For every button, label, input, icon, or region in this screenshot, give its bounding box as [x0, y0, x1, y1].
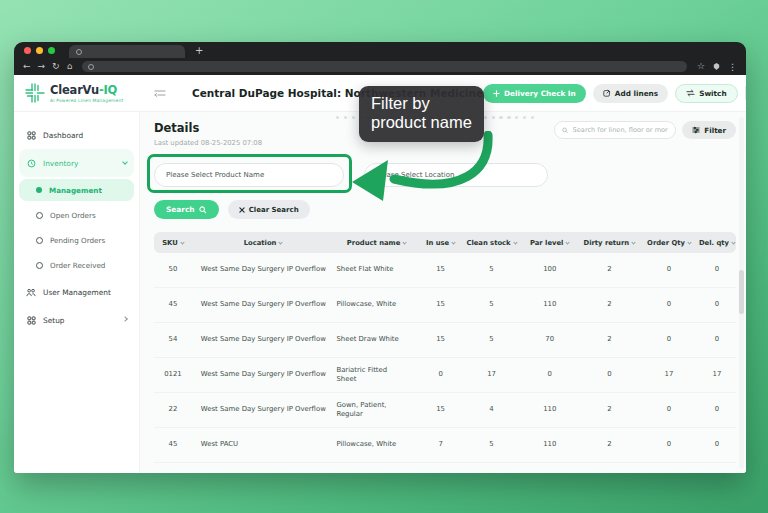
table-cell: 15: [419, 399, 463, 420]
table-row: 50West Same Day Surgery IP OverflowSheet…: [154, 253, 736, 288]
carousel-dot: [352, 116, 355, 119]
brand-name: ClearVu: [50, 83, 99, 97]
table-body: 50West Same Day Surgery IP OverflowSheet…: [154, 253, 736, 473]
filter-button[interactable]: Filter: [682, 121, 736, 139]
sidebar-item-open-orders[interactable]: Open Orders: [14, 203, 139, 228]
table-search-input[interactable]: [573, 126, 669, 134]
sidebar-collapse-icon[interactable]: [154, 88, 166, 98]
column-header-sku[interactable]: SKU: [154, 239, 192, 247]
header-actions: Delivery Check In Add linens Switch GS G…: [483, 84, 746, 103]
inventory-icon: [26, 159, 36, 168]
table-row: 22West Same Day Surgery IP OverflowGown,…: [154, 393, 736, 428]
column-header-label: Location: [244, 239, 277, 247]
column-header-del-qty[interactable]: Del. qty: [698, 239, 736, 247]
sort-chevron-icon: [632, 240, 636, 244]
forward-icon[interactable]: →: [38, 62, 46, 71]
product-name-select-input[interactable]: [154, 163, 344, 187]
sidebar-item-pending-orders[interactable]: Pending Orders: [14, 228, 139, 253]
close-window-button[interactable]: [24, 47, 31, 54]
column-header-clean-stock[interactable]: Clean stock: [462, 239, 520, 247]
table-cell: 110: [521, 399, 579, 420]
carousel-dot: [515, 116, 518, 119]
window-controls: [24, 42, 55, 58]
table-cell: 110: [521, 434, 579, 455]
brand-tagline: AI Powered Linen Management: [50, 98, 123, 103]
minimize-window-button[interactable]: [36, 47, 43, 54]
sort-chevron-icon: [731, 240, 735, 244]
table-cell: Gown, Patient, Regular: [334, 395, 418, 426]
table-cell: 15: [419, 294, 463, 315]
tooltip-arrow-icon: [342, 131, 497, 221]
carousel-dot: [344, 116, 347, 119]
sidebar-item-order-received[interactable]: Order Received: [14, 253, 139, 278]
column-header-product-name[interactable]: Product name: [334, 239, 418, 247]
new-tab-button[interactable]: +: [195, 46, 203, 56]
sidebar-item-setup[interactable]: Setup: [14, 306, 139, 334]
dashboard-icon: [26, 131, 36, 140]
search-button-label: Search: [166, 205, 195, 214]
details-block: Details Last updated 08-25-2025 07:08: [154, 121, 262, 147]
add-linens-button[interactable]: Add linens: [593, 84, 668, 103]
table-cell: West Same Day Surgery IP Overflow: [192, 364, 335, 385]
site-info-icon[interactable]: [88, 64, 94, 70]
carousel-dot: [531, 116, 534, 119]
search-icon: [199, 206, 207, 214]
table-cell: 5: [462, 294, 520, 315]
sidebar-item-user-management[interactable]: User Management: [14, 278, 139, 306]
column-header-label: Clean stock: [466, 239, 510, 247]
column-header-location[interactable]: Location: [192, 239, 335, 247]
brand-logo[interactable]: ClearVu-IQ AI Powered Linen Management: [14, 83, 152, 103]
table-cell: 0: [579, 364, 640, 385]
table-row: 45West PACUPillowcase, White75110200: [154, 428, 736, 463]
sidebar-item-management[interactable]: Management: [19, 179, 134, 201]
sidebar-item-dashboard[interactable]: Dashboard: [14, 121, 139, 149]
table-cell: 0: [698, 329, 736, 350]
table-cell: 50: [154, 259, 192, 280]
header-divider: [745, 86, 746, 100]
tooltip-line-2: product name: [371, 113, 472, 132]
filter-label: Filter: [704, 126, 726, 135]
delivery-check-in-button[interactable]: Delivery Check In: [483, 84, 586, 103]
carousel-dot: [492, 116, 495, 119]
table-cell: West Same Day Surgery IP Overflow: [192, 329, 335, 350]
add-linens-label: Add linens: [615, 89, 658, 98]
column-header-label: Del. qty: [699, 239, 729, 247]
clear-search-label: Clear Search: [249, 206, 299, 214]
sidebar-item-inventory[interactable]: Inventory: [19, 149, 134, 177]
sort-chevron-icon: [687, 240, 691, 244]
table-cell: Pillowcase, White: [334, 434, 418, 455]
address-bar[interactable]: [82, 61, 687, 72]
switch-button[interactable]: Switch: [675, 84, 738, 103]
sort-chevron-icon: [513, 240, 517, 244]
extension-pin-icon[interactable]: [712, 62, 721, 71]
column-header-label: Par level: [530, 239, 563, 247]
brand-text: ClearVu-IQ AI Powered Linen Management: [50, 83, 123, 103]
sidebar: Dashboard Inventory Management: [14, 112, 140, 473]
home-icon[interactable]: ⌂: [67, 62, 73, 71]
column-header-in-use[interactable]: In use: [419, 239, 463, 247]
browser-menu-icon[interactable]: ⋮: [728, 62, 737, 72]
table-cell: West PACU: [192, 434, 335, 455]
search-icon: [562, 127, 568, 134]
reload-icon[interactable]: ↻: [52, 62, 60, 71]
maximize-window-button[interactable]: [48, 47, 55, 54]
column-header-par-level[interactable]: Par level: [521, 239, 579, 247]
browser-window: + ← → ↻ ⌂ ☆ ⋮: [14, 42, 746, 473]
back-icon[interactable]: ←: [23, 62, 31, 71]
desktop-background: + ← → ↻ ⌂ ☆ ⋮: [0, 0, 768, 513]
table-cell: 0: [640, 399, 698, 420]
tab-favicon-icon: [76, 49, 82, 55]
clear-search-button[interactable]: Clear Search: [228, 200, 310, 219]
search-button[interactable]: Search: [154, 200, 219, 219]
table-cell: 100: [521, 259, 579, 280]
sort-chevron-icon: [403, 240, 407, 244]
table-cell: West Same Day Surgery IP Overflow: [192, 399, 335, 420]
edit-square-icon: [603, 89, 611, 97]
column-header-order-qty[interactable]: Order Qty: [640, 239, 698, 247]
column-header-dirty-return[interactable]: Dirty return: [579, 239, 640, 247]
browser-tab[interactable]: [69, 45, 185, 58]
table-cell: 7: [419, 434, 463, 455]
bookmark-star-icon[interactable]: ☆: [697, 62, 705, 71]
scrollbar-thumb[interactable]: [739, 270, 744, 314]
table-cell: 0: [698, 434, 736, 455]
